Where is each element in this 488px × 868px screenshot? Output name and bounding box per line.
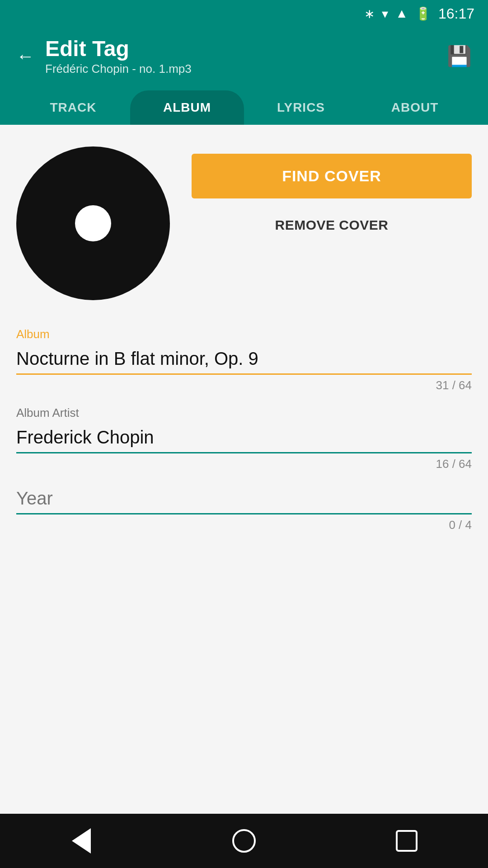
home-circle-icon xyxy=(232,829,256,853)
page-title: Edit Tag xyxy=(45,36,192,61)
battery-icon: 🔋 xyxy=(415,6,431,21)
signal-icon: ▲ xyxy=(395,6,408,21)
album-art-container xyxy=(16,146,170,300)
cover-section: FIND COVER REMOVE COVER xyxy=(16,146,472,300)
header-top: ← Edit Tag Frédéric Chopin - no. 1.mp3 💾 xyxy=(16,36,472,76)
bluetooth-icon: ∗ xyxy=(364,6,375,21)
cover-buttons: FIND COVER REMOVE COVER xyxy=(192,146,472,237)
tab-about[interactable]: ABOUT xyxy=(358,90,472,125)
status-icons: ∗ ▾ ▲ 🔋 16:17 xyxy=(364,5,474,22)
album-artist-label: Album Artist xyxy=(16,406,472,420)
find-cover-button[interactable]: FIND COVER xyxy=(192,154,472,198)
album-input[interactable] xyxy=(16,345,472,375)
remove-cover-button[interactable]: REMOVE COVER xyxy=(192,213,472,237)
nav-home-button[interactable] xyxy=(226,823,262,859)
header-left: ← Edit Tag Frédéric Chopin - no. 1.mp3 xyxy=(16,36,192,76)
status-time: 16:17 xyxy=(438,5,474,22)
tab-lyrics[interactable]: LYRICS xyxy=(244,90,358,125)
album-artist-input[interactable] xyxy=(16,424,472,453)
back-triangle-icon xyxy=(72,828,91,854)
album-field-group: Album 31 / 64 xyxy=(16,327,472,392)
back-button[interactable]: ← xyxy=(16,46,34,66)
year-input[interactable] xyxy=(16,485,472,514)
album-char-count: 31 / 64 xyxy=(16,378,472,392)
header-title-block: Edit Tag Frédéric Chopin - no. 1.mp3 xyxy=(45,36,192,76)
file-subtitle: Frédéric Chopin - no. 1.mp3 xyxy=(45,62,192,76)
album-artist-char-count: 16 / 64 xyxy=(16,457,472,471)
year-field-group: 0 / 4 xyxy=(16,485,472,532)
year-char-count: 0 / 4 xyxy=(16,518,472,532)
tab-album[interactable]: ALBUM xyxy=(130,90,244,125)
save-button[interactable]: 💾 xyxy=(447,44,472,68)
header: ← Edit Tag Frédéric Chopin - no. 1.mp3 💾… xyxy=(0,27,488,125)
nav-recents-button[interactable] xyxy=(389,823,425,859)
status-bar: ∗ ▾ ▲ 🔋 16:17 xyxy=(0,0,488,27)
album-label: Album xyxy=(16,327,472,341)
content-area: FIND COVER REMOVE COVER Album 31 / 64 Al… xyxy=(0,125,488,532)
recents-square-icon xyxy=(396,830,418,852)
album-art-disc xyxy=(16,146,170,300)
album-art-disc-inner xyxy=(75,205,111,241)
tab-track[interactable]: TRACK xyxy=(16,90,130,125)
bottom-nav xyxy=(0,814,488,868)
tabs-bar: TRACK ALBUM LYRICS ABOUT xyxy=(16,90,472,125)
album-artist-field-group: Album Artist 16 / 64 xyxy=(16,406,472,471)
wifi-icon: ▾ xyxy=(382,6,388,21)
nav-back-button[interactable] xyxy=(63,823,99,859)
